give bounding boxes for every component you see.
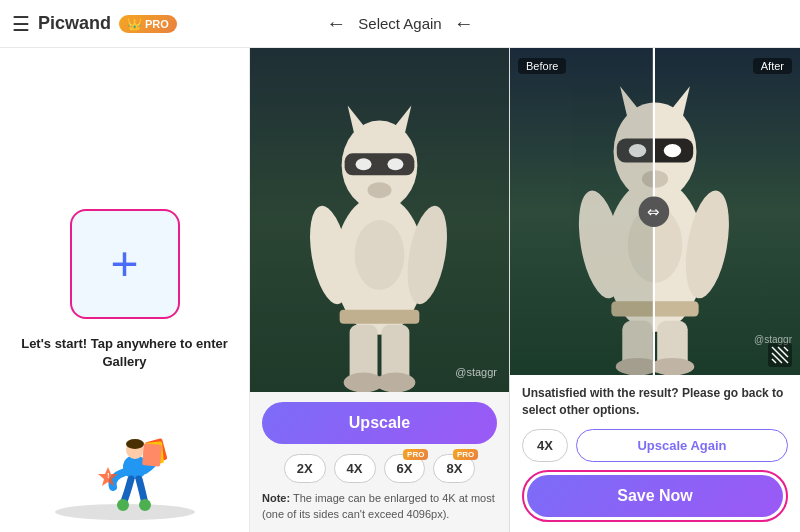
app-header: ☰ Picwand 👑 PRO ← Select Again ← <box>0 0 800 48</box>
svg-rect-18 <box>345 153 415 175</box>
center-image-container: @staggr <box>250 48 509 392</box>
plus-icon: + <box>110 240 138 288</box>
save-now-container: Save Now <box>522 470 788 522</box>
center-panel: @staggr Upscale 2X 4X 6XPRO 8XPRO Note: … <box>250 48 510 532</box>
right-action-row: 4X Upscale Again <box>522 429 788 462</box>
svg-point-21 <box>368 182 392 198</box>
svg-point-38 <box>629 144 646 157</box>
svg-rect-6 <box>142 443 162 466</box>
unsatisfied-text: Unsatisfied with the result? Please go b… <box>522 385 788 419</box>
center-watermark: @staggr <box>455 366 497 378</box>
note-body: The image can be enlarged to 4K at most … <box>262 492 495 519</box>
right-panel: Before After <box>510 48 800 532</box>
illustration: ! <box>0 422 249 522</box>
pro-tag-8x: PRO <box>453 449 478 460</box>
upload-text[interactable]: Let's start! Tap anywhere to enter Galle… <box>20 335 229 371</box>
forward-arrow-icon[interactable]: ← <box>454 12 474 35</box>
comparison-svg: ⇔ <box>510 48 800 375</box>
upscale-again-button[interactable]: Upscale Again <box>576 429 788 462</box>
svg-point-20 <box>387 158 403 170</box>
right-scale-4x-button[interactable]: 4X <box>522 429 568 462</box>
illustration-svg: ! <box>45 422 205 522</box>
svg-point-60 <box>651 358 695 375</box>
header-middle: ← Select Again ← <box>326 12 473 35</box>
save-now-button[interactable]: Save Now <box>527 475 783 517</box>
crown-icon: 👑 <box>127 17 142 31</box>
select-again-label: Select Again <box>358 15 441 32</box>
upscale-button[interactable]: Upscale <box>262 402 497 444</box>
hatch-icon <box>768 343 792 367</box>
svg-point-55 <box>664 144 681 157</box>
svg-point-26 <box>355 220 405 290</box>
scale-8x-button[interactable]: 8XPRO <box>433 454 475 483</box>
svg-point-19 <box>356 158 372 170</box>
before-label: Before <box>518 58 566 74</box>
scale-6x-button[interactable]: 6XPRO <box>384 454 426 483</box>
upload-box[interactable]: + <box>70 209 180 319</box>
bottom-controls: Upscale 2X 4X 6XPRO 8XPRO Note: The imag… <box>250 392 509 532</box>
svg-point-3 <box>126 439 144 449</box>
main-content: + Let's start! Tap anywhere to enter Gal… <box>0 48 800 532</box>
menu-icon[interactable]: ☰ <box>12 12 30 36</box>
pro-tag-6x: PRO <box>403 449 428 460</box>
center-image-svg <box>250 48 509 392</box>
brand-name: Picwand <box>38 13 111 34</box>
scale-2x-button[interactable]: 2X <box>284 454 326 483</box>
scale-4x-button[interactable]: 4X <box>334 454 376 483</box>
svg-point-25 <box>376 373 416 393</box>
note-label: Note: <box>262 492 290 504</box>
left-panel: + Let's start! Tap anywhere to enter Gal… <box>0 48 250 532</box>
svg-point-8 <box>139 499 151 511</box>
back-arrow-icon[interactable]: ← <box>326 12 346 35</box>
svg-rect-27 <box>340 310 420 324</box>
scale-options: 2X 4X 6XPRO 8XPRO <box>262 454 497 483</box>
comparison-container: Before After <box>510 48 800 375</box>
right-bottom: Unsatisfied with the result? Please go b… <box>510 375 800 532</box>
pro-badge: 👑 PRO <box>119 15 177 33</box>
svg-point-7 <box>117 499 129 511</box>
after-label: After <box>753 58 792 74</box>
svg-text:⇔: ⇔ <box>647 203 660 220</box>
note-text: Note: The image can be enlarged to 4K at… <box>262 491 497 522</box>
svg-text:!: ! <box>107 471 110 480</box>
